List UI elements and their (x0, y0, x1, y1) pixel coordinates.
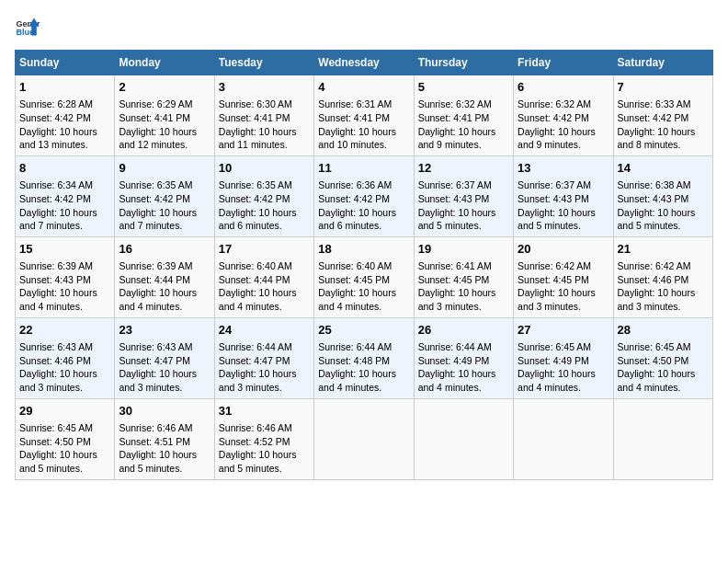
calendar-cell (514, 398, 613, 479)
day-number: 16 (119, 241, 210, 258)
sunset: Sunset: 4:42 PM (518, 112, 589, 123)
day-number: 19 (418, 241, 509, 258)
day-number: 7 (618, 79, 709, 96)
sunset: Sunset: 4:43 PM (418, 193, 490, 204)
sunset: Sunset: 4:42 PM (119, 193, 190, 204)
sunrise: Sunrise: 6:41 AM (418, 260, 492, 271)
sunset: Sunset: 4:46 PM (618, 274, 689, 285)
calendar-cell: 10Sunrise: 6:35 AMSunset: 4:42 PMDayligh… (214, 155, 313, 236)
calendar-cell: 31Sunrise: 6:46 AMSunset: 4:52 PMDayligh… (214, 398, 313, 479)
col-header-tuesday: Tuesday (214, 51, 313, 75)
daylight: Daylight: 10 hours and 4 minutes. (19, 287, 97, 312)
sunset: Sunset: 4:44 PM (219, 274, 290, 285)
calendar-cell: 4Sunrise: 6:31 AMSunset: 4:41 PMDaylight… (314, 75, 414, 156)
day-number: 5 (418, 79, 509, 96)
calendar-cell (414, 398, 513, 479)
col-header-thursday: Thursday (414, 51, 513, 75)
day-number: 6 (518, 79, 609, 96)
sunset: Sunset: 4:43 PM (19, 274, 91, 285)
calendar-cell: 1Sunrise: 6:28 AMSunset: 4:42 PMDaylight… (16, 75, 115, 156)
sunset: Sunset: 4:47 PM (119, 355, 190, 366)
sunrise: Sunrise: 6:35 AM (219, 179, 292, 190)
calendar-cell: 7Sunrise: 6:33 AMSunset: 4:42 PMDaylight… (613, 75, 712, 156)
daylight: Daylight: 10 hours and 4 minutes. (318, 287, 396, 312)
sunset: Sunset: 4:43 PM (618, 193, 689, 204)
daylight: Daylight: 10 hours and 4 minutes. (119, 287, 197, 312)
calendar-cell: 24Sunrise: 6:44 AMSunset: 4:47 PMDayligh… (214, 317, 313, 398)
calendar-cell: 22Sunrise: 6:43 AMSunset: 4:46 PMDayligh… (16, 317, 115, 398)
day-number: 21 (618, 241, 709, 258)
daylight: Daylight: 10 hours and 7 minutes. (19, 207, 97, 232)
daylight: Daylight: 10 hours and 9 minutes. (418, 126, 496, 151)
daylight: Daylight: 10 hours and 5 minutes. (119, 449, 197, 474)
calendar-cell: 16Sunrise: 6:39 AMSunset: 4:44 PMDayligh… (115, 236, 214, 317)
sunrise: Sunrise: 6:45 AM (618, 341, 691, 352)
day-number: 17 (219, 241, 310, 258)
sunrise: Sunrise: 6:45 AM (518, 341, 591, 352)
daylight: Daylight: 10 hours and 5 minutes. (219, 449, 297, 474)
sunset: Sunset: 4:45 PM (418, 274, 490, 285)
calendar-cell: 27Sunrise: 6:45 AMSunset: 4:49 PMDayligh… (514, 317, 613, 398)
sunset: Sunset: 4:41 PM (418, 112, 490, 123)
sunrise: Sunrise: 6:40 AM (318, 260, 392, 271)
calendar-cell: 15Sunrise: 6:39 AMSunset: 4:43 PMDayligh… (16, 236, 115, 317)
day-number: 4 (318, 79, 409, 96)
daylight: Daylight: 10 hours and 4 minutes. (219, 287, 297, 312)
calendar-cell: 13Sunrise: 6:37 AMSunset: 4:43 PMDayligh… (514, 155, 613, 236)
daylight: Daylight: 10 hours and 5 minutes. (618, 207, 696, 232)
sunset: Sunset: 4:42 PM (19, 112, 91, 123)
sunrise: Sunrise: 6:46 AM (219, 422, 292, 433)
week-row-2: 8Sunrise: 6:34 AMSunset: 4:42 PMDaylight… (16, 155, 713, 236)
sunrise: Sunrise: 6:44 AM (418, 341, 492, 352)
sunrise: Sunrise: 6:39 AM (19, 260, 93, 271)
day-number: 26 (418, 322, 509, 339)
day-number: 22 (19, 322, 110, 339)
daylight: Daylight: 10 hours and 9 minutes. (518, 126, 596, 151)
week-row-4: 22Sunrise: 6:43 AMSunset: 4:46 PMDayligh… (16, 317, 713, 398)
calendar-cell: 3Sunrise: 6:30 AMSunset: 4:41 PMDaylight… (214, 75, 313, 156)
sunset: Sunset: 4:45 PM (518, 274, 589, 285)
calendar-cell: 2Sunrise: 6:29 AMSunset: 4:41 PMDaylight… (115, 75, 214, 156)
calendar-cell: 19Sunrise: 6:41 AMSunset: 4:45 PMDayligh… (414, 236, 513, 317)
daylight: Daylight: 10 hours and 4 minutes. (418, 368, 496, 393)
daylight: Daylight: 10 hours and 5 minutes. (19, 449, 97, 474)
day-number: 24 (219, 322, 310, 339)
col-header-monday: Monday (115, 51, 214, 75)
sunrise: Sunrise: 6:46 AM (119, 422, 192, 433)
header: General Blue (15, 15, 713, 40)
daylight: Daylight: 10 hours and 4 minutes. (518, 368, 596, 393)
day-number: 12 (418, 160, 509, 177)
sunrise: Sunrise: 6:45 AM (19, 422, 93, 433)
daylight: Daylight: 10 hours and 10 minutes. (318, 126, 396, 151)
day-number: 15 (19, 241, 110, 258)
sunset: Sunset: 4:46 PM (19, 355, 91, 366)
calendar-table: SundayMondayTuesdayWednesdayThursdayFrid… (15, 50, 713, 480)
calendar-cell: 23Sunrise: 6:43 AMSunset: 4:47 PMDayligh… (115, 317, 214, 398)
calendar-cell: 6Sunrise: 6:32 AMSunset: 4:42 PMDaylight… (514, 75, 613, 156)
sunrise: Sunrise: 6:40 AM (219, 260, 292, 271)
col-header-wednesday: Wednesday (314, 51, 414, 75)
daylight: Daylight: 10 hours and 3 minutes. (518, 287, 596, 312)
daylight: Daylight: 10 hours and 3 minutes. (119, 368, 197, 393)
daylight: Daylight: 10 hours and 4 minutes. (618, 368, 696, 393)
sunset: Sunset: 4:41 PM (119, 112, 190, 123)
sunrise: Sunrise: 6:29 AM (119, 98, 192, 109)
calendar-cell: 18Sunrise: 6:40 AMSunset: 4:45 PMDayligh… (314, 236, 414, 317)
sunset: Sunset: 4:51 PM (119, 436, 190, 447)
col-header-saturday: Saturday (613, 51, 712, 75)
day-number: 9 (119, 160, 210, 177)
sunset: Sunset: 4:49 PM (518, 355, 589, 366)
svg-text:Blue: Blue (16, 28, 34, 37)
day-number: 23 (119, 322, 210, 339)
day-number: 3 (219, 79, 310, 96)
week-row-3: 15Sunrise: 6:39 AMSunset: 4:43 PMDayligh… (16, 236, 713, 317)
logo: General Blue (15, 15, 40, 40)
calendar-cell: 26Sunrise: 6:44 AMSunset: 4:49 PMDayligh… (414, 317, 513, 398)
sunrise: Sunrise: 6:37 AM (418, 179, 492, 190)
sunset: Sunset: 4:41 PM (318, 112, 390, 123)
sunrise: Sunrise: 6:32 AM (418, 98, 492, 109)
sunrise: Sunrise: 6:37 AM (518, 179, 591, 190)
col-header-friday: Friday (514, 51, 613, 75)
week-row-5: 29Sunrise: 6:45 AMSunset: 4:50 PMDayligh… (16, 398, 713, 479)
daylight: Daylight: 10 hours and 4 minutes. (318, 368, 396, 393)
